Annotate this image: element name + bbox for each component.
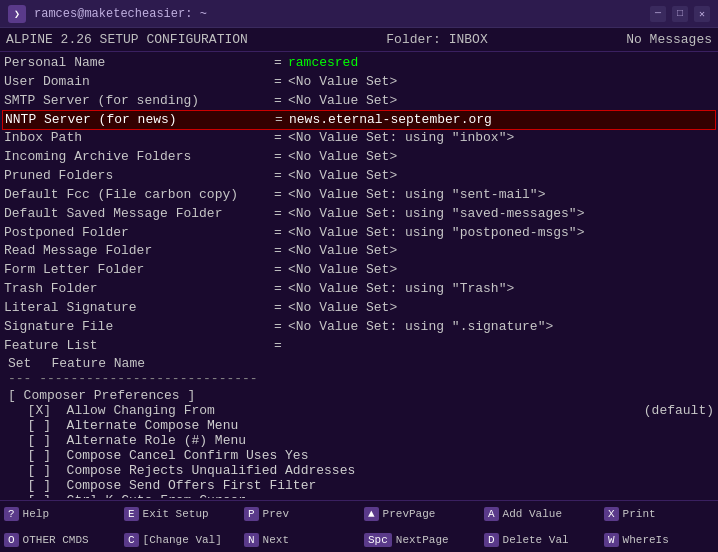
change-key: C (124, 533, 139, 547)
status-row-2: O OTHER CMDS C [Change Val] N Next Spc N… (0, 527, 718, 552)
equals-sign: = (274, 318, 288, 337)
nextpage-label: NextPage (396, 534, 449, 546)
table-row: Feature List = (4, 337, 714, 356)
table-row: Postponed Folder = <No Value Set: using … (4, 224, 714, 243)
field-label: NNTP Server (for news) (5, 111, 275, 130)
field-value: <No Value Set: using "postponed-msgs"> (288, 224, 584, 243)
other-key: O (4, 533, 19, 547)
prev-button[interactable]: P Prev (240, 501, 360, 527)
table-row: Form Letter Folder = <No Value Set> (4, 261, 714, 280)
field-value: <No Value Set: using ".signature"> (288, 318, 553, 337)
equals-sign: = (274, 299, 288, 318)
divider: --- ---------------------------- (4, 371, 714, 386)
field-value: <No Value Set: using "saved-messages"> (288, 205, 584, 224)
add-value-button[interactable]: A Add Value (480, 501, 600, 527)
checkbox-unchecked: [ ] Alternate Role (#) Menu (12, 433, 246, 448)
close-button[interactable]: ✕ (694, 6, 710, 22)
checkbox-unchecked: [ ] Compose Rejects Unqualified Addresse… (12, 463, 355, 478)
field-value: <No Value Set> (288, 92, 397, 111)
table-row: Trash Folder = <No Value Set: using "Tra… (4, 280, 714, 299)
nextpage-button[interactable]: Spc NextPage (360, 527, 480, 552)
feature-header: Set Feature Name (4, 356, 714, 371)
feature-col1: Set (8, 356, 31, 371)
nntp-server-row[interactable]: NNTP Server (for news) = news.eternal-se… (2, 110, 716, 131)
equals-sign: = (275, 111, 289, 130)
equals-sign: = (274, 186, 288, 205)
equals-sign: = (274, 54, 288, 73)
add-key: A (484, 507, 499, 521)
next-key: N (244, 533, 259, 547)
equals-sign: = (274, 337, 288, 356)
messages-label: No Messages (626, 32, 712, 47)
header-bar: ALPINE 2.26 SETUP CONFIGURATION Folder: … (0, 28, 718, 52)
prevpage-key: ▲ (364, 507, 379, 521)
delete-key: D (484, 533, 499, 547)
field-value: <No Value Set> (288, 148, 397, 167)
print-button[interactable]: X Print (600, 501, 718, 527)
field-value: <No Value Set> (288, 299, 397, 318)
list-item: [ ] Ctrl-K Cuts From Cursor (4, 493, 714, 499)
table-row: Default Fcc (File carbon copy) = <No Val… (4, 186, 714, 205)
equals-sign: = (274, 261, 288, 280)
whereis-button[interactable]: W WhereIs (600, 527, 718, 552)
checkbox-checked: [X] Allow Changing From (12, 403, 215, 418)
change-val-button[interactable]: C [Change Val] (120, 527, 240, 552)
table-row: Literal Signature = <No Value Set> (4, 299, 714, 318)
next-button[interactable]: N Next (240, 527, 360, 552)
main-content: Personal Name = ramcesred User Domain = … (0, 52, 718, 498)
equals-sign: = (274, 167, 288, 186)
field-label: SMTP Server (for sending) (4, 92, 274, 111)
table-row: Incoming Archive Folders = <No Value Set… (4, 148, 714, 167)
field-label: Inbox Path (4, 129, 274, 148)
field-value: <No Value Set> (288, 167, 397, 186)
status-bar: ? Help E Exit Setup P Prev ▲ PrevPage A … (0, 500, 718, 552)
list-item: [ ] Compose Send Offers First Filter (4, 478, 714, 493)
next-label: Next (263, 534, 289, 546)
other-cmds-button[interactable]: O OTHER CMDS (0, 527, 120, 552)
prev-key: P (244, 507, 259, 521)
exit-label: Exit Setup (143, 508, 209, 520)
equals-sign: = (274, 92, 288, 111)
composer-section-header: [ Composer Preferences ] (4, 388, 714, 403)
change-label: [Change Val] (143, 534, 222, 546)
nextpage-key: Spc (364, 533, 392, 547)
exit-setup-button[interactable]: E Exit Setup (120, 501, 240, 527)
whereis-label: WhereIs (623, 534, 669, 546)
equals-sign: = (274, 129, 288, 148)
list-item: [ ] Alternate Compose Menu (4, 418, 714, 433)
table-row: Personal Name = ramcesred (4, 54, 714, 73)
field-label: Form Letter Folder (4, 261, 274, 280)
table-row: User Domain = <No Value Set> (4, 73, 714, 92)
maximize-button[interactable]: □ (672, 6, 688, 22)
equals-sign: = (274, 73, 288, 92)
table-row: Default Saved Message Folder = <No Value… (4, 205, 714, 224)
equals-sign: = (274, 224, 288, 243)
exit-key: E (124, 507, 139, 521)
terminal-icon: ❯ (8, 5, 26, 23)
title-bar-left: ❯ ramces@maketecheasier: ~ (8, 5, 207, 23)
minimize-button[interactable]: ─ (650, 6, 666, 22)
help-button[interactable]: ? Help (0, 501, 120, 527)
list-item: [ ] Compose Rejects Unqualified Addresse… (4, 463, 714, 478)
list-item: [ ] Alternate Role (#) Menu (4, 433, 714, 448)
window-controls[interactable]: ─ □ ✕ (650, 6, 710, 22)
field-label: Signature File (4, 318, 274, 337)
field-value: <No Value Set> (288, 242, 397, 261)
app-title: ALPINE 2.26 SETUP CONFIGURATION (6, 32, 248, 47)
table-row: SMTP Server (for sending) = <No Value Se… (4, 92, 714, 111)
status-row-1: ? Help E Exit Setup P Prev ▲ PrevPage A … (0, 501, 718, 527)
equals-sign: = (274, 205, 288, 224)
whereis-key: W (604, 533, 619, 547)
title-bar: ❯ ramces@maketecheasier: ~ ─ □ ✕ (0, 0, 718, 28)
delete-val-button[interactable]: D Delete Val (480, 527, 600, 552)
field-value: <No Value Set> (288, 261, 397, 280)
field-label: Postponed Folder (4, 224, 274, 243)
field-label: Personal Name (4, 54, 274, 73)
field-value: <No Value Set> (288, 73, 397, 92)
checkbox-unchecked: [ ] Alternate Compose Menu (12, 418, 238, 433)
prevpage-button[interactable]: ▲ PrevPage (360, 501, 480, 527)
field-label: User Domain (4, 73, 274, 92)
print-key: X (604, 507, 619, 521)
table-row: Pruned Folders = <No Value Set> (4, 167, 714, 186)
field-value: news.eternal-september.org (289, 111, 492, 130)
